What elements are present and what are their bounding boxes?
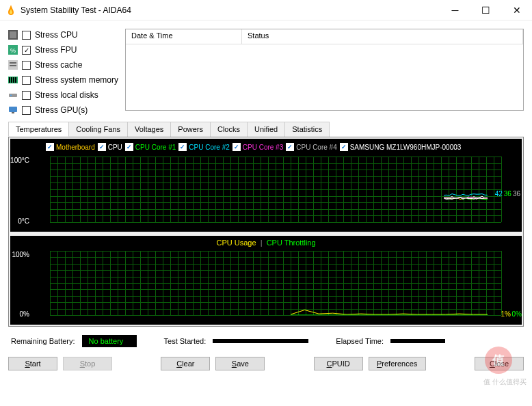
temp-ymin: 0°C [10, 217, 29, 225]
started-label: Test Started: [164, 337, 207, 345]
legend-item[interactable]: ✓Motherboard [46, 143, 95, 151]
svg-text:%: % [10, 47, 16, 54]
stress-label: Stress CPU [35, 30, 78, 40]
stress-icon: % [8, 45, 18, 55]
svg-rect-6 [10, 65, 16, 66]
stress-icon [8, 30, 18, 40]
stress-checkbox[interactable] [22, 91, 31, 100]
started-value [213, 339, 308, 343]
usage-end2: 0% [512, 310, 522, 318]
stress-checkbox[interactable] [22, 106, 31, 115]
legend-item[interactable]: ✓CPU Core #2 [178, 143, 229, 151]
usage-end1: 1% [501, 310, 511, 318]
svg-rect-14 [9, 107, 17, 112]
usage-graph: CPU Usage | CPU Throttling 100% 0% 1% 0% [10, 236, 522, 325]
tabs: TemperaturesCooling FansVoltagesPowersCl… [8, 122, 524, 137]
svg-rect-5 [10, 62, 16, 64]
tab-cooling-fans[interactable]: Cooling Fans [68, 122, 128, 137]
usage-ymax: 100% [10, 251, 29, 258]
tab-voltages[interactable]: Voltages [127, 122, 171, 137]
legend-item[interactable]: ✓CPU Core #3 [232, 143, 283, 151]
stress-checkbox[interactable] [22, 31, 31, 40]
stress-label: Stress cache [35, 60, 82, 70]
tab-statistics[interactable]: Statistics [284, 122, 330, 137]
stress-label: Stress local disks [35, 90, 98, 100]
button-row: Start Stop Clear Save CPUID Preferences … [8, 353, 524, 375]
svg-rect-11 [15, 77, 16, 83]
graph-panel: ✓Motherboard✓CPU✓CPU Core #1✓CPU Core #2… [8, 137, 524, 327]
minimize-button[interactable]: ─ [440, 0, 470, 21]
svg-rect-1 [10, 31, 16, 38]
app-icon [5, 5, 16, 16]
svg-rect-9 [11, 77, 12, 83]
tab-unified[interactable]: Unified [247, 122, 285, 137]
temp-endval: 36 [513, 190, 520, 198]
titlebar: System Stability Test - AIDA64 ─ ☐ ✕ [0, 0, 532, 21]
svg-point-13 [10, 95, 12, 96]
stress-icon [8, 75, 18, 85]
stress-icon [8, 90, 18, 100]
clear-button[interactable]: Clear [161, 357, 210, 370]
tab-clocks[interactable]: Clocks [210, 122, 248, 137]
temperature-graph: ✓Motherboard✓CPU✓CPU Core #1✓CPU Core #2… [10, 139, 522, 232]
elapsed-label: Elapsed Time: [336, 337, 384, 345]
stress-checkbox[interactable] [22, 61, 31, 70]
stress-label: Stress FPU [35, 45, 77, 55]
legend-item[interactable]: ✓CPU [98, 143, 122, 151]
start-button[interactable]: Start [8, 357, 57, 370]
tab-temperatures[interactable]: Temperatures [8, 122, 69, 137]
close-button[interactable]: ✕ [501, 0, 532, 21]
svg-rect-10 [13, 77, 14, 83]
usage-legend: CPU Usage | CPU Throttling [10, 236, 522, 248]
legend-item[interactable]: ✓SAMSUNG MZ1LW960HMJP-00003 [340, 143, 462, 151]
watermark: 值 值 什么值得买 [483, 345, 527, 387]
temp-endval: 36 [504, 190, 511, 198]
svg-text:值: 值 [492, 353, 505, 367]
status-row: Remaining Battery: No battery Test Start… [8, 327, 524, 353]
stress-icon [8, 60, 18, 70]
stress-checkbox[interactable]: ✓ [22, 46, 31, 55]
col-date: Date & Time [126, 29, 242, 44]
col-status: Status [242, 29, 523, 44]
log-table: Date & Time Status [125, 29, 524, 111]
cpuid-button[interactable]: CPUID [314, 357, 363, 370]
svg-rect-15 [12, 112, 14, 113]
tab-powers[interactable]: Powers [170, 122, 211, 137]
legend-item[interactable]: ✓CPU Core #1 [125, 143, 176, 151]
save-button[interactable]: Save [215, 357, 265, 370]
svg-rect-12 [9, 94, 17, 97]
stress-options: Stress CPU%✓Stress FPUStress cacheStress… [8, 29, 118, 116]
stress-checkbox[interactable] [22, 76, 31, 85]
window-title: System Stability Test - AIDA64 [21, 5, 440, 15]
maximize-button[interactable]: ☐ [470, 0, 501, 21]
svg-rect-8 [9, 77, 10, 83]
legend-item[interactable]: ✓CPU Core #4 [286, 143, 336, 151]
stress-label: Stress system memory [35, 75, 118, 85]
battery-label: Remaining Battery: [11, 337, 75, 345]
stress-icon [8, 105, 18, 115]
temp-ymax: 100°C [10, 157, 29, 164]
elapsed-value [390, 339, 445, 343]
battery-value: No battery [82, 335, 137, 347]
usage-ymin: 0% [10, 310, 29, 318]
temp-endval: 42 [495, 190, 503, 198]
preferences-button[interactable]: Preferences [369, 357, 426, 370]
stress-label: Stress GPU(s) [35, 105, 88, 115]
stop-button: Stop [63, 357, 112, 370]
